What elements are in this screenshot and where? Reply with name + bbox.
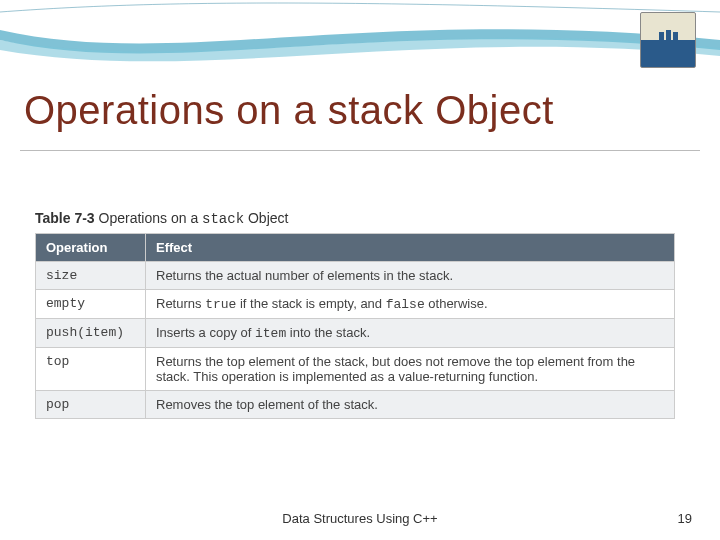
footer-text: Data Structures Using C++ [0, 511, 720, 526]
operations-table: Operation Effect size Returns the actual… [35, 233, 675, 419]
table-row: top Returns the top element of the stack… [36, 348, 675, 391]
effect-cell: Inserts a copy of item into the stack. [146, 319, 675, 348]
title-divider [20, 150, 700, 151]
table-row: push(item) Inserts a copy of item into t… [36, 319, 675, 348]
header-decoration [0, 0, 720, 80]
col-operation: Operation [36, 234, 146, 262]
effect-cell: Removes the top element of the stack. [146, 391, 675, 419]
table-caption: Table 7-3 Operations on a stack Object [35, 210, 675, 227]
table-row: size Returns the actual number of elemen… [36, 262, 675, 290]
table-number: Table 7-3 [35, 210, 95, 226]
table-row: empty Returns true if the stack is empty… [36, 290, 675, 319]
page-number: 19 [678, 511, 692, 526]
effect-cell: Returns the actual number of elements in… [146, 262, 675, 290]
slide-title: Operations on a stack Object [24, 88, 554, 133]
operations-table-area: Table 7-3 Operations on a stack Object O… [35, 210, 675, 419]
institution-logo [640, 12, 696, 68]
effect-cell: Returns the top element of the stack, bu… [146, 348, 675, 391]
effect-cell: Returns true if the stack is empty, and … [146, 290, 675, 319]
table-row: pop Removes the top element of the stack… [36, 391, 675, 419]
col-effect: Effect [146, 234, 675, 262]
